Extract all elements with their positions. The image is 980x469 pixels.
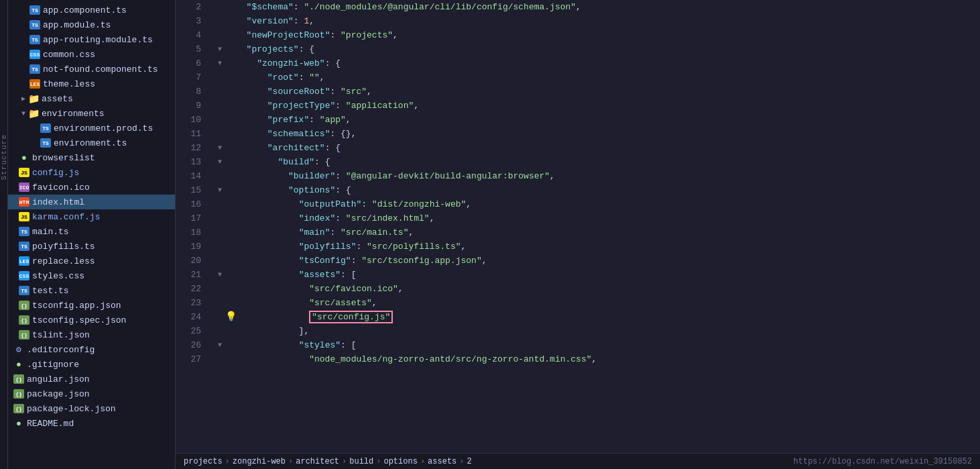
- breadcrumb-separator: ›: [376, 457, 381, 466]
- token: "src/main.ts": [341, 225, 408, 240]
- line-number: 18: [176, 225, 201, 240]
- sidebar-item[interactable]: HTMindex.html: [8, 195, 175, 209]
- sidebar-item[interactable]: TSapp-routing.module.ts: [8, 32, 175, 47]
- token: "polyfills": [299, 240, 357, 254]
- code-line: "tsConfig": "src/tsconfig.app.json",: [215, 254, 980, 268]
- sidebar-item[interactable]: ▶📁assets: [8, 91, 175, 106]
- breadcrumb-separator: ›: [420, 457, 425, 466]
- file-type-icon: JS: [19, 168, 29, 177]
- sidebar-item[interactable]: ●.gitignore: [8, 357, 175, 372]
- line-number: 24: [176, 310, 201, 324]
- token: "options": [288, 183, 335, 197]
- token: 1: [304, 14, 309, 28]
- token: "newProjectRoot": [247, 28, 330, 42]
- sidebar-item[interactable]: {}tsconfig.spec.json: [8, 313, 175, 327]
- line-number: 2: [176, 0, 201, 14]
- sidebar-item[interactable]: LESreplace.less: [8, 254, 175, 268]
- token: ,: [372, 296, 377, 310]
- sidebar-item[interactable]: {}package-lock.json: [8, 401, 175, 416]
- breadcrumb-item: options: [383, 457, 417, 466]
- fold-gutter[interactable]: ▼: [215, 42, 225, 56]
- fold-gutter[interactable]: ▼: [215, 183, 225, 197]
- token: "@angular-devkit/build-angular:browser": [346, 169, 550, 183]
- sidebar-item[interactable]: TSapp.component.ts: [8, 3, 175, 17]
- token: [236, 254, 299, 268]
- sidebar-item-label: angular.json: [27, 374, 90, 384]
- token: [236, 240, 299, 254]
- sidebar-item[interactable]: LEStheme.less: [8, 76, 175, 91]
- sidebar-item[interactable]: CSScommon.css: [8, 47, 175, 62]
- sidebar-item-label: replace.less: [32, 256, 95, 266]
- file-type-icon: TS: [29, 20, 40, 30]
- token: : {: [299, 42, 314, 56]
- sidebar-item[interactable]: TStest.ts: [8, 283, 175, 298]
- line-number: 25: [176, 324, 201, 338]
- token: :: [294, 14, 304, 28]
- breadcrumb-separator: ›: [288, 457, 293, 466]
- folder-chevron-icon[interactable]: ▼: [19, 110, 28, 117]
- token: [236, 211, 299, 225]
- sidebar-item[interactable]: ICOfavicon.ico: [8, 180, 175, 195]
- token: [236, 352, 309, 366]
- lightbulb-icon[interactable]: 💡: [225, 310, 236, 324]
- sidebar-item[interactable]: {}angular.json: [8, 372, 175, 386]
- token: [236, 310, 309, 324]
- url-link[interactable]: https://blog.csdn.net/weixin_39150852: [794, 457, 972, 466]
- token: ,: [393, 28, 398, 42]
- token: "assets": [299, 268, 341, 282]
- sidebar-item-label: app-routing.module.ts: [43, 35, 153, 45]
- file-icon: ●: [13, 359, 24, 370]
- sidebar-item[interactable]: ●README.md: [8, 416, 175, 431]
- file-type-icon: TS: [19, 242, 29, 251]
- sidebar-item[interactable]: CSSstyles.css: [8, 268, 175, 283]
- sidebar-item[interactable]: ▼📁environments: [8, 106, 175, 121]
- file-type-icon: {}: [13, 374, 24, 384]
- line-number: 17: [176, 211, 201, 225]
- token: :: [299, 70, 310, 85]
- sidebar-item[interactable]: TSapp.module.ts: [8, 17, 175, 32]
- code-line: ▼ "projects": {: [215, 42, 980, 56]
- sidebar-item-label: tsconfig.app.json: [32, 301, 121, 311]
- token: [236, 113, 267, 127]
- token: "dist/zongzhi-web": [372, 197, 466, 211]
- sidebar-item[interactable]: TSmain.ts: [8, 224, 175, 239]
- sidebar-item[interactable]: {}tslint.json: [8, 327, 175, 342]
- token: "outputPath": [299, 197, 362, 211]
- code-line: "sourceRoot": "src",: [215, 85, 980, 99]
- token: ,: [482, 254, 487, 268]
- file-type-icon: HTM: [19, 197, 29, 207]
- file-type-icon: LES: [29, 79, 40, 89]
- editor-area: 2345678910111213141516171819202122232425…: [176, 0, 980, 469]
- file-icon: ●: [13, 418, 24, 429]
- fold-gutter[interactable]: ▼: [215, 56, 225, 70]
- sidebar-item-label: tslint.json: [32, 330, 90, 340]
- sidebar-item[interactable]: {}tsconfig.app.json: [8, 298, 175, 313]
- line-number: 11: [176, 127, 201, 141]
- folder-chevron-icon[interactable]: ▶: [19, 95, 28, 103]
- sidebar-item[interactable]: {}package.json: [8, 386, 175, 401]
- code-line: "root": "",: [215, 70, 980, 85]
- line-number: 13: [176, 155, 201, 169]
- token: [236, 99, 267, 113]
- sidebar-item[interactable]: TSenvironment.ts: [8, 136, 175, 150]
- sidebar-item-label: main.ts: [32, 227, 69, 237]
- fold-gutter[interactable]: ▼: [215, 338, 225, 352]
- fold-gutter[interactable]: ▼: [215, 155, 225, 169]
- line-number: 4: [176, 28, 201, 42]
- sidebar-item[interactable]: TSnot-found.component.ts: [8, 62, 175, 76]
- sidebar-item[interactable]: ●browserslist: [8, 150, 175, 165]
- fold-gutter[interactable]: ▼: [215, 268, 225, 282]
- sidebar-item[interactable]: ⚙.editorconfig: [8, 342, 175, 357]
- sidebar-item[interactable]: JSconfig.js: [8, 165, 175, 180]
- fold-gutter[interactable]: ▼: [215, 141, 225, 155]
- sidebar-item[interactable]: TSpolyfills.ts: [8, 239, 175, 254]
- sidebar-item-label: not-found.component.ts: [43, 64, 158, 74]
- sidebar-item[interactable]: TSenvironment.prod.ts: [8, 121, 175, 136]
- code-area[interactable]: "$schema": "./node_modules/@angular/cli/…: [209, 0, 980, 453]
- code-line: "builder": "@angular-devkit/build-angula…: [215, 169, 980, 183]
- breadcrumb-item: assets: [428, 457, 456, 466]
- structure-panel: Structure: [0, 0, 8, 469]
- sidebar-item[interactable]: JSkarma.conf.js: [8, 209, 175, 224]
- code-line: ▼ "architect": {: [215, 141, 980, 155]
- token: :: [330, 85, 341, 99]
